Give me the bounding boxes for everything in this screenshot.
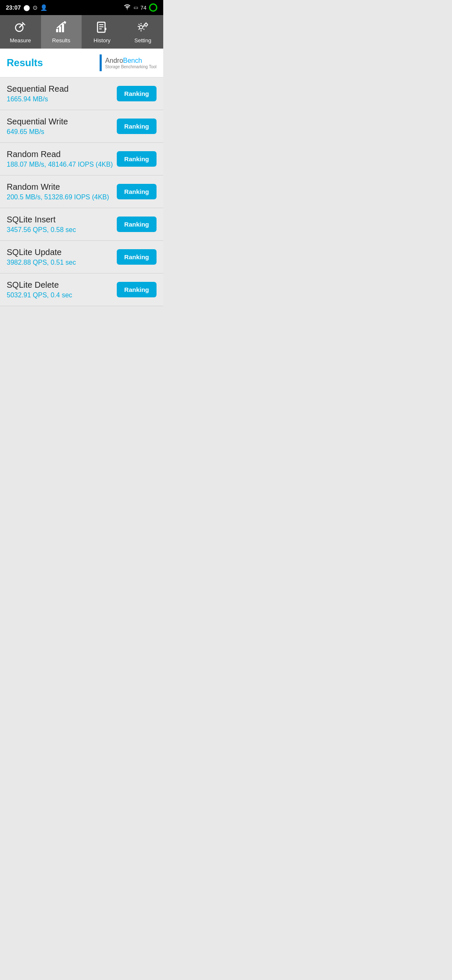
result-item: Sequential Write 649.65 MB/s Ranking [0, 110, 163, 143]
result-value-4: 3457.56 QPS, 0.58 sec [7, 226, 117, 234]
ranking-button-2[interactable]: Ranking [117, 151, 157, 167]
tab-measure[interactable]: Measure [0, 15, 41, 49]
tab-results-label: Results [52, 37, 70, 44]
result-name-3: Random Write [7, 182, 117, 192]
brand-sub: Storage Benchmarking Tool [105, 64, 157, 69]
result-info-1: Sequential Write 649.65 MB/s [7, 117, 117, 136]
result-info-4: SQLite Insert 3457.56 QPS, 0.58 sec [7, 215, 117, 234]
result-value-2: 188.07 MB/s, 48146.47 IOPS (4KB) [7, 161, 117, 168]
battery-icon: ▭ [134, 5, 138, 10]
brand-logo: AndroBench Storage Benchmarking Tool [100, 54, 157, 71]
result-info-5: SQLite Update 3982.88 QPS, 0.51 sec [7, 248, 117, 266]
tab-setting-label: Setting [134, 37, 151, 44]
brand-andro: Andro [105, 57, 123, 64]
result-name-5: SQLite Update [7, 248, 117, 257]
result-value-0: 1665.94 MB/s [7, 95, 117, 103]
circle-icon: ⬤ [23, 4, 30, 11]
nav-tabs: Measure Results History [0, 15, 163, 49]
result-value-3: 200.5 MB/s, 51328.69 IOPS (4KB) [7, 193, 117, 201]
svg-point-11 [139, 26, 143, 29]
brand-name: AndroBench Storage Benchmarking Tool [105, 57, 157, 69]
result-item: SQLite Update 3982.88 QPS, 0.51 sec Rank… [0, 241, 163, 273]
status-left: 23:07 ⬤ ⊙ 👤 [6, 4, 47, 11]
ranking-button-1[interactable]: Ranking [117, 119, 157, 134]
result-item: Random Read 188.07 MB/s, 48146.47 IOPS (… [0, 143, 163, 175]
check-circle-icon: ⊙ [33, 4, 38, 11]
results-header: Results AndroBench Storage Benchmarking … [0, 49, 163, 77]
ranking-button-5[interactable]: Ranking [117, 249, 157, 265]
tab-measure-label: Measure [10, 37, 31, 44]
result-info-0: Sequential Read 1665.94 MB/s [7, 84, 117, 103]
measure-icon [14, 21, 27, 36]
battery-circle [149, 3, 157, 12]
results-list: Sequential Read 1665.94 MB/s Ranking Seq… [0, 77, 163, 306]
result-name-2: Random Read [7, 150, 117, 159]
setting-icon [135, 21, 150, 36]
result-item: Sequential Read 1665.94 MB/s Ranking [0, 77, 163, 110]
history-icon [95, 21, 109, 36]
svg-rect-3 [56, 29, 58, 32]
status-right: ▭ 74 [123, 3, 157, 12]
svg-rect-4 [59, 26, 61, 32]
result-item: Random Write 200.5 MB/s, 51328.69 IOPS (… [0, 175, 163, 208]
result-name-0: Sequential Read [7, 84, 117, 94]
result-name-4: SQLite Insert [7, 215, 117, 224]
ranking-button-3[interactable]: Ranking [117, 184, 157, 199]
wifi-icon [123, 4, 131, 11]
status-bar: 23:07 ⬤ ⊙ 👤 ▭ 74 [0, 0, 163, 15]
result-value-1: 649.65 MB/s [7, 128, 117, 136]
tab-history[interactable]: History [82, 15, 123, 49]
ranking-button-0[interactable]: Ranking [117, 86, 157, 101]
tab-history-label: History [94, 37, 110, 44]
result-info-6: SQLite Delete 5032.91 QPS, 0.4 sec [7, 280, 117, 299]
tab-results[interactable]: Results [41, 15, 82, 49]
result-name-1: Sequential Write [7, 117, 117, 126]
result-value-5: 3982.88 QPS, 0.51 sec [7, 259, 117, 266]
ranking-button-4[interactable]: Ranking [117, 217, 157, 232]
brand-bar-accent [100, 54, 102, 71]
result-item: SQLite Delete 5032.91 QPS, 0.4 sec Ranki… [0, 273, 163, 306]
status-time: 23:07 [6, 4, 21, 11]
svg-rect-5 [62, 24, 64, 32]
results-icon [54, 21, 68, 36]
battery-level: 74 [141, 5, 146, 11]
brand-bench: Bench [123, 57, 142, 64]
result-name-6: SQLite Delete [7, 280, 117, 290]
result-info-2: Random Read 188.07 MB/s, 48146.47 IOPS (… [7, 150, 117, 168]
ranking-button-6[interactable]: Ranking [117, 282, 157, 297]
account-icon: 👤 [40, 4, 47, 11]
result-item: SQLite Insert 3457.56 QPS, 0.58 sec Rank… [0, 208, 163, 241]
result-value-6: 5032.91 QPS, 0.4 sec [7, 291, 117, 299]
result-info-3: Random Write 200.5 MB/s, 51328.69 IOPS (… [7, 182, 117, 201]
results-title: Results [7, 57, 43, 69]
tab-setting[interactable]: Setting [123, 15, 164, 49]
